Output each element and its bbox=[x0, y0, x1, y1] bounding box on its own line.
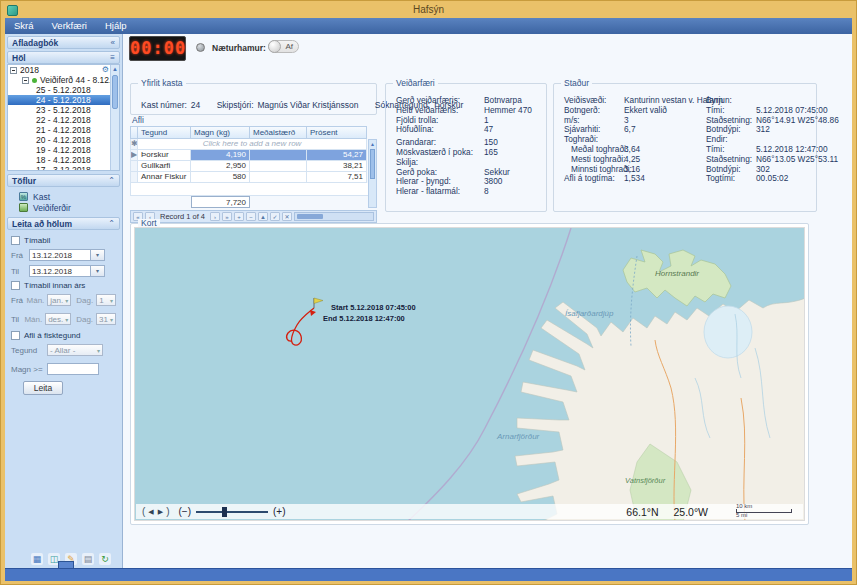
scroll-up-icon[interactable]: ▲ bbox=[369, 140, 376, 148]
night-mode-toggle[interactable]: Af bbox=[268, 40, 299, 53]
within-year-checkbox[interactable] bbox=[11, 281, 20, 290]
scrollbar-thumb[interactable] bbox=[297, 214, 323, 219]
avg-size-cell[interactable] bbox=[250, 172, 307, 183]
cancel-record-icon[interactable]: ✕ bbox=[282, 212, 292, 221]
avg-size-cell[interactable] bbox=[250, 150, 307, 161]
paren: ( bbox=[142, 506, 145, 517]
zoom-slider[interactable] bbox=[196, 511, 268, 513]
table-row[interactable]: Annar Fiskur 580 7,51 bbox=[130, 172, 377, 183]
pan-right-icon[interactable]: ▶ bbox=[156, 508, 165, 516]
menu-skra[interactable]: Skrá bbox=[5, 18, 43, 34]
table-row[interactable]: Gullkarfi 2,950 38,21 bbox=[130, 161, 377, 172]
next-record-icon[interactable]: › bbox=[210, 212, 220, 221]
species-select[interactable]: - Allar -▾ bbox=[47, 344, 103, 356]
percent-cell[interactable]: 7,51 bbox=[307, 172, 367, 183]
period-checkbox[interactable] bbox=[11, 236, 20, 245]
to-month-select[interactable]: des.▾ bbox=[45, 313, 71, 325]
sidebar-item-veidiferdir[interactable]: Veiðiferðir bbox=[5, 202, 122, 213]
qty-cell[interactable]: 2,950 bbox=[191, 161, 250, 172]
haul-label: 22 - 4.12.2018 bbox=[36, 115, 91, 125]
panel-header-leita[interactable]: Leita að hölum ⌃ bbox=[7, 217, 120, 230]
tree-haul-item[interactable]: 21 - 4.12.2018 bbox=[8, 125, 119, 135]
zoom-out-button[interactable]: (−) bbox=[178, 506, 191, 517]
tree-haul-item[interactable]: 23 - 5.12.2018 bbox=[8, 105, 119, 115]
calendar-dropdown-icon[interactable]: ▾ bbox=[91, 249, 105, 261]
panel-header-afladagbok[interactable]: Afladagbók « bbox=[7, 36, 120, 49]
track-start-label: Start 5.12.2018 07:45:00 bbox=[331, 303, 416, 312]
collapse-toggle-icon[interactable] bbox=[10, 67, 17, 74]
tree-haul-item[interactable]: 25 - 5.12.2018 bbox=[8, 85, 119, 95]
within-year-label: Tímabil innan árs bbox=[24, 281, 85, 290]
veidiferdir-label: Veiðiferðir bbox=[33, 203, 71, 213]
horizontal-scrollbar[interactable] bbox=[294, 212, 374, 221]
from-date-input[interactable]: 13.12.2018 bbox=[29, 249, 91, 261]
qty-cell[interactable]: 4,190 bbox=[191, 150, 250, 161]
sidebar-item-kast[interactable]: % Kast bbox=[5, 191, 122, 202]
list-icon[interactable]: ▤ bbox=[82, 553, 94, 565]
to-day-select[interactable]: 31▾ bbox=[96, 313, 116, 325]
tree-haul-item[interactable]: 17 - 3.12.2018 bbox=[8, 165, 119, 171]
species-cell[interactable]: Gullkarfi bbox=[138, 161, 191, 172]
from-day-select[interactable]: 1▾ bbox=[96, 294, 116, 306]
scrollbar-thumb[interactable] bbox=[370, 149, 375, 179]
gear-icon[interactable]: ⚙ bbox=[102, 65, 109, 75]
panel-header-toflur[interactable]: Töflur ⌃ bbox=[7, 174, 120, 187]
table-header-row: Tegund Magn (kg) Meðalstærð (kg) Prósent bbox=[130, 126, 377, 139]
tree-node-year[interactable]: 2018 ⚙ bbox=[8, 65, 119, 75]
collapse-panel-icon[interactable]: ⌃ bbox=[108, 219, 115, 228]
tree-haul-item[interactable]: 22 - 4.12.2018 bbox=[8, 115, 119, 125]
scroll-up-icon[interactable]: ▲ bbox=[111, 65, 119, 74]
tree-scrollbar[interactable]: ▲ bbox=[110, 65, 119, 170]
species-cell[interactable]: Annar Fiskur bbox=[138, 172, 191, 183]
scrollbar-thumb[interactable] bbox=[112, 75, 118, 109]
edit-record-icon[interactable]: ▲ bbox=[258, 212, 268, 221]
avg-size-cell[interactable] bbox=[250, 161, 307, 172]
refresh-icon[interactable]: ↻ bbox=[99, 553, 111, 565]
species-filter-checkbox[interactable] bbox=[11, 331, 20, 340]
collapse-panel-icon[interactable]: ⌃ bbox=[108, 176, 115, 185]
species-cell[interactable]: Þorskur bbox=[138, 150, 191, 161]
percent-cell[interactable]: 38,21 bbox=[307, 161, 367, 172]
last-record-icon[interactable]: » bbox=[222, 212, 232, 221]
record-navigator: « ‹ Record 1 of 4 › » + − ▲ ✓ ✕ bbox=[130, 210, 377, 223]
table-scrollbar[interactable]: ▲ bbox=[368, 139, 377, 208]
haul-label: 24 - 5.12.2018 bbox=[36, 95, 91, 105]
calendar-dropdown-icon[interactable]: ▾ bbox=[91, 265, 105, 277]
percent-cell[interactable]: 54,27 bbox=[307, 150, 367, 161]
collapse-sidebar-icon[interactable]: « bbox=[111, 38, 115, 47]
zoom-in-button[interactable]: (+) bbox=[273, 506, 286, 517]
search-button[interactable]: Leita bbox=[23, 381, 63, 395]
tree-haul-item[interactable]: 19 - 4.12.2018 bbox=[8, 145, 119, 155]
qty-cell[interactable]: 580 bbox=[191, 172, 250, 183]
panel-menu-icon[interactable]: ≡ bbox=[110, 53, 115, 62]
menu-verkfaeri[interactable]: Verkfæri bbox=[43, 18, 96, 34]
col-medalstaerd[interactable]: Meðalstærð (kg) bbox=[250, 126, 307, 139]
add-record-icon[interactable]: + bbox=[234, 212, 244, 221]
new-row[interactable]: ✱ Click here to add a new row bbox=[130, 139, 377, 150]
doors-area-value: 8 bbox=[484, 187, 489, 197]
map-canvas[interactable]: Start 5.12.2018 07:45:00 End 5.12.2018 1… bbox=[134, 227, 805, 521]
col-magn[interactable]: Magn (kg) bbox=[191, 126, 250, 139]
row-indicator-header bbox=[130, 126, 138, 139]
from-month-select[interactable]: jan.▾ bbox=[47, 294, 71, 306]
pan-left-icon[interactable]: ◀ bbox=[146, 508, 155, 516]
tree-haul-item-selected[interactable]: 24 - 5.12.2018 bbox=[8, 95, 119, 105]
zoom-slider-handle[interactable] bbox=[222, 507, 227, 517]
tree-haul-item[interactable]: 20 - 4.12.2018 bbox=[8, 135, 119, 145]
col-prosent[interactable]: Prósent bbox=[307, 126, 367, 139]
grid-icon[interactable]: ▦ bbox=[31, 553, 43, 565]
tree-haul-item[interactable]: 18 - 4.12.2018 bbox=[8, 155, 119, 165]
panel-header-hol[interactable]: Höl ≡ bbox=[7, 51, 120, 64]
toggle-knob[interactable] bbox=[268, 40, 281, 53]
menu-hjalp[interactable]: Hjálp bbox=[96, 18, 136, 34]
confirm-record-icon[interactable]: ✓ bbox=[270, 212, 280, 221]
to-date-input[interactable]: 13.12.2018 bbox=[29, 265, 91, 277]
tree-node-trip[interactable]: Veiðiferð 44 - 8.12.2018 bbox=[8, 75, 119, 85]
catch-title: Afli bbox=[132, 115, 144, 125]
quantity-input[interactable] bbox=[47, 363, 99, 375]
delete-record-icon[interactable]: − bbox=[246, 212, 256, 221]
new-row-hint[interactable]: Click here to add a new row bbox=[138, 139, 367, 150]
table-row-selected[interactable]: ▶ Þorskur 4,190 54,27 bbox=[130, 150, 377, 161]
collapse-toggle-icon[interactable] bbox=[22, 77, 29, 84]
col-tegund[interactable]: Tegund bbox=[138, 126, 191, 139]
